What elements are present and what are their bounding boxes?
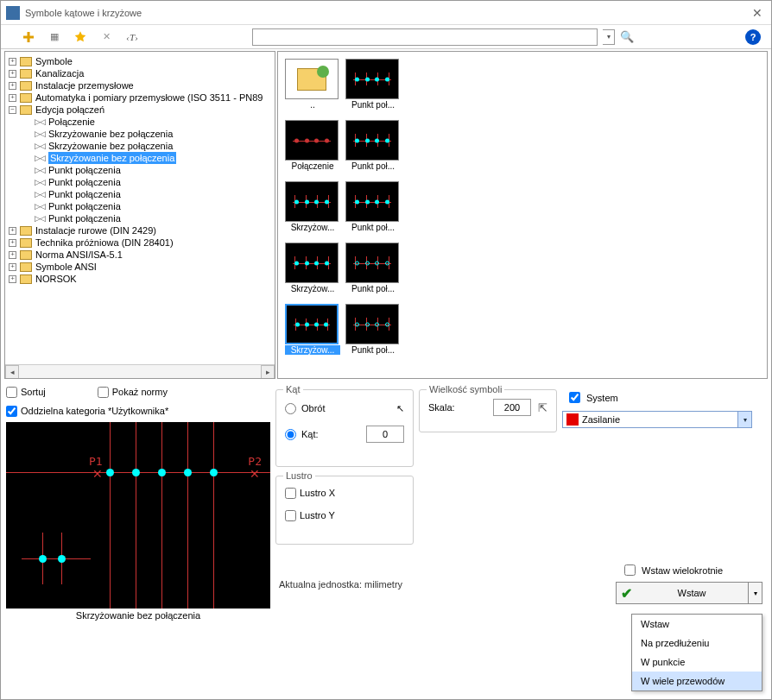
- close-button[interactable]: ✕: [749, 4, 766, 22]
- tree-item-expanded[interactable]: −Edycja połączeń: [9, 104, 275, 116]
- marker-p1: P1: [89, 455, 103, 468]
- tree-item[interactable]: +Instalacje przemysłowe: [9, 79, 275, 91]
- text-style-icon[interactable]: ‹T›: [123, 28, 141, 46]
- system-color-swatch: [566, 413, 579, 426]
- search-icon[interactable]: 🔍: [620, 30, 634, 43]
- thumbnail[interactable]: Punkt poł...: [345, 243, 401, 293]
- angle-legend: Kąt: [283, 384, 303, 394]
- thumbnail-caption: Skrzyżow...: [285, 345, 340, 355]
- tree-item[interactable]: +Symbole ANSI: [9, 261, 275, 273]
- thumbnail[interactable]: Punkt poł...: [345, 59, 401, 110]
- insert-menu-item[interactable]: W punkcie: [632, 653, 762, 672]
- symbol-tree[interactable]: +Symbole +Kanalizacja +Instalacje przemy…: [5, 52, 275, 285]
- tree-leaf[interactable]: ▷◁Połączenie: [9, 116, 275, 128]
- thumbnail[interactable]: Punkt poł...: [345, 181, 401, 232]
- mirror-y-checkbox[interactable]: Lustro Y: [285, 508, 404, 523]
- tree-leaf[interactable]: ▷◁Skrzyżowanie bez połączenia: [9, 140, 275, 152]
- tree-leaf[interactable]: ▷◁Punkt połączenia: [9, 176, 275, 188]
- system-checkbox[interactable]: System: [566, 389, 766, 406]
- thumbnail-caption: Połączenie: [285, 161, 340, 171]
- thumbnail-caption: Punkt poł...: [345, 284, 401, 293]
- cursor-icon: ↖: [396, 403, 404, 414]
- mirror-legend: Lustro: [283, 470, 315, 481]
- insert-menu-item[interactable]: Na przedłużeniu: [632, 634, 762, 653]
- tree-item[interactable]: +Norma ANSI/ISA-5.1: [9, 249, 275, 261]
- window-title: Symbole kątowe i krzyżowe: [25, 8, 749, 18]
- insert-dropdown-menu: WstawNa przedłużeniuW punkcieW wiele prz…: [631, 614, 763, 691]
- title-bar: Symbole kątowe i krzyżowe ✕: [1, 1, 771, 25]
- insert-multi-checkbox[interactable]: Wstaw wielokrotnie: [621, 562, 763, 578]
- help-icon[interactable]: ?: [745, 29, 761, 45]
- size-group: Wielkość symboli Skala: ⇱: [419, 389, 557, 432]
- user-category-checkbox[interactable]: Oddzielna kategoria *Użytkownika*: [6, 403, 270, 419]
- insert-button-label: Wstaw: [636, 588, 748, 598]
- add-icon[interactable]: [20, 28, 37, 46]
- tree-leaf[interactable]: ▷◁Punkt połączenia: [9, 188, 275, 200]
- app-icon: [6, 6, 20, 20]
- thumbnail-caption: Skrzyżow...: [285, 284, 340, 293]
- grid-icon[interactable]: ▦: [46, 28, 63, 46]
- scale-link-icon[interactable]: ⇱: [538, 401, 547, 414]
- thumbnail[interactable]: Połączenie: [285, 120, 340, 171]
- thumbnail[interactable]: Skrzyżow...: [285, 304, 340, 355]
- rotation-radio[interactable]: Obrót ↖: [285, 399, 404, 418]
- toolbar: ▦ ✕ ‹T› ▾ 🔍 ?: [1, 25, 771, 49]
- tree-item[interactable]: +Technika próżniowa (DIN 28401): [9, 236, 275, 249]
- tree-leaf-selected[interactable]: ▷◁Skrzyżowanie bez połączenia: [9, 152, 275, 164]
- system-value: Zasilanie: [582, 414, 737, 425]
- thumbnail[interactable]: Punkt poł...: [345, 304, 401, 355]
- marker-p2: P2: [248, 455, 262, 468]
- preview-caption: Skrzyżowanie bez połączenia: [6, 610, 270, 621]
- thumbnail-caption: Punkt poł...: [345, 161, 401, 171]
- symbol-preview: P1 P2 ✕ ✕: [6, 422, 270, 609]
- tree-item[interactable]: +Kanalizacja: [9, 67, 275, 79]
- thumbnail[interactable]: Skrzyżow...: [285, 243, 340, 293]
- search-input[interactable]: [252, 28, 598, 46]
- tree-leaf[interactable]: ▷◁Punkt połączenia: [9, 164, 275, 176]
- chevron-down-icon[interactable]: ▾: [737, 412, 751, 427]
- mirror-group: Lustro Lustro X Lustro Y: [275, 476, 414, 545]
- scale-label: Skala:: [428, 402, 455, 413]
- sort-checkbox[interactable]: Sortuj: [6, 384, 46, 400]
- thumbnail-caption: Punkt poł...: [345, 345, 401, 355]
- favorite-icon[interactable]: [72, 28, 89, 46]
- system-select[interactable]: Zasilanie ▾: [562, 411, 752, 428]
- scroll-left-icon[interactable]: ◂: [5, 365, 19, 379]
- angle-group: Kąt Obrót ↖ Kąt:: [275, 389, 414, 467]
- tree-leaf[interactable]: ▷◁Skrzyżowanie bez połączenia: [9, 128, 275, 140]
- tree-item[interactable]: +Symbole: [9, 55, 275, 67]
- thumbnail[interactable]: Skrzyżow...: [285, 181, 340, 232]
- thumbnail-caption: ..: [285, 100, 340, 110]
- insert-menu-item[interactable]: Wstaw: [632, 615, 762, 634]
- units-label: Aktualna jednostka: milimetry: [279, 579, 414, 590]
- tree-leaf[interactable]: ▷◁Punkt połączenia: [9, 212, 275, 224]
- angle-radio[interactable]: Kąt:: [285, 425, 404, 444]
- check-icon: ✔: [617, 585, 636, 602]
- insert-menu-item[interactable]: W wiele przewodów: [632, 672, 762, 691]
- tree-item[interactable]: +Instalacje rurowe (DIN 2429): [9, 224, 275, 236]
- thumbnail-panel: ..Punkt poł...PołączeniePunkt poł...Skrz…: [277, 51, 768, 379]
- scroll-right-icon[interactable]: ▸: [261, 365, 275, 379]
- search-dropdown-button[interactable]: ▾: [603, 29, 615, 45]
- thumbnail[interactable]: Punkt poł...: [345, 120, 401, 171]
- thumbnail-caption: Skrzyżow...: [285, 223, 340, 232]
- tree-leaf[interactable]: ▷◁Punkt połączenia: [9, 200, 275, 212]
- delete-icon[interactable]: ✕: [98, 28, 115, 46]
- insert-button[interactable]: ✔ Wstaw ▾: [616, 582, 763, 604]
- thumbnail-caption: Punkt poł...: [345, 100, 401, 110]
- tree-item[interactable]: +NORSOK: [9, 273, 275, 285]
- size-legend: Wielkość symboli: [427, 384, 504, 394]
- thumbnail-caption: Punkt poł...: [345, 223, 401, 232]
- show-norms-checkbox[interactable]: Pokaż normy: [98, 384, 168, 400]
- tree-panel: +Symbole +Kanalizacja +Instalacje przemy…: [4, 51, 275, 379]
- mirror-x-checkbox[interactable]: Lustro X: [285, 485, 404, 501]
- scale-input[interactable]: [493, 399, 531, 416]
- angle-input[interactable]: [366, 426, 404, 443]
- tree-h-scrollbar[interactable]: ◂ ▸: [5, 364, 275, 378]
- thumbnail[interactable]: ..: [285, 59, 340, 110]
- insert-dropdown-button[interactable]: ▾: [748, 583, 762, 603]
- tree-item[interactable]: +Automatyka i pomiary przemysłowe (ISO 3…: [9, 91, 275, 104]
